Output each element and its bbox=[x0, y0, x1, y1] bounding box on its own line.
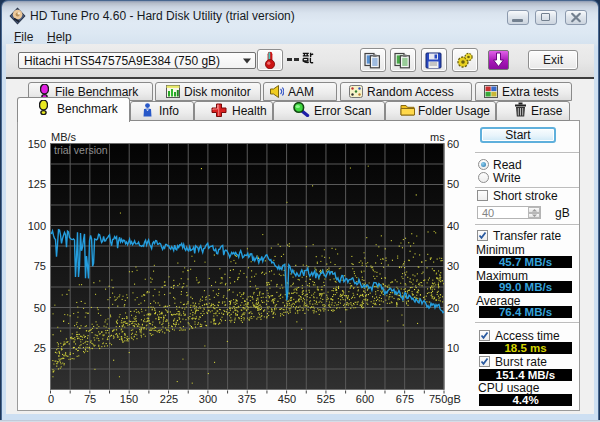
svg-text:trial version: trial version bbox=[54, 144, 108, 156]
